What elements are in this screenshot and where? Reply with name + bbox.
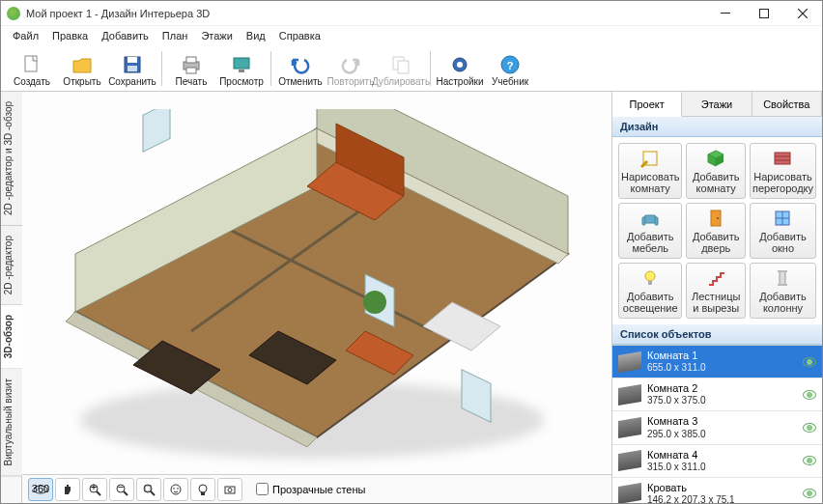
- svg-point-33: [363, 291, 386, 314]
- list-item[interactable]: Комната 4315.0 x 311.0: [612, 445, 822, 478]
- undo-button[interactable]: Отменить: [275, 47, 326, 90]
- left-tabstrip: 2D -редактор и 3D -обзор 2D -редактор 3D…: [1, 92, 22, 503]
- orbit-360-button[interactable]: 360: [28, 478, 53, 501]
- svg-rect-60: [642, 217, 645, 225]
- menu-add[interactable]: Добавить: [96, 28, 155, 43]
- list-item[interactable]: Кровать146.2 x 207.3 x 75.1: [612, 478, 822, 503]
- close-button[interactable]: [783, 1, 822, 26]
- svg-point-14: [457, 62, 463, 68]
- camera-icon: [223, 483, 237, 496]
- titlebar: Мой проект 1 - Дизайн Интерьера 3D: [1, 1, 822, 26]
- svg-rect-4: [128, 57, 137, 63]
- add-column-button[interactable]: Добавить колонну: [750, 263, 816, 319]
- tab-floors[interactable]: Этажи: [682, 92, 752, 116]
- menu-help[interactable]: Справка: [273, 28, 326, 43]
- viewport-3d[interactable]: [22, 92, 611, 474]
- list-item[interactable]: Комната 1655.0 x 311.0: [612, 346, 822, 378]
- pan-button[interactable]: [55, 478, 80, 501]
- visibility-icon[interactable]: [803, 357, 816, 367]
- add-window-button[interactable]: Добавить окно: [750, 203, 816, 259]
- visibility-icon[interactable]: [803, 489, 816, 498]
- new-file-icon: [21, 54, 43, 75]
- print-button[interactable]: Печать: [166, 47, 216, 90]
- zoom-fit-icon: [142, 483, 156, 496]
- save-button[interactable]: Сохранить: [107, 47, 157, 90]
- room-icon: [618, 450, 641, 471]
- monitor-icon: [231, 54, 252, 75]
- svg-point-51: [228, 488, 232, 491]
- camera-button[interactable]: [217, 478, 242, 501]
- svg-point-48: [199, 485, 207, 492]
- window-icon: [772, 208, 793, 229]
- create-button[interactable]: Создать: [7, 47, 57, 90]
- object-list[interactable]: Комната 1655.0 x 311.0 Комната 2375.0 x …: [612, 345, 822, 503]
- svg-rect-68: [648, 281, 652, 285]
- tab-project[interactable]: Проект: [612, 92, 682, 117]
- duplicate-icon: [390, 54, 412, 75]
- svg-rect-70: [778, 270, 787, 272]
- column-icon: [772, 267, 793, 289]
- zoom-fit-button[interactable]: [136, 478, 161, 501]
- list-item[interactable]: Комната 2375.0 x 375.0: [612, 378, 822, 411]
- pencil-room-icon: [639, 148, 661, 169]
- face-icon: [169, 483, 183, 496]
- tutorial-button[interactable]: ?Учебник: [485, 47, 535, 90]
- light-toggle-button[interactable]: [190, 478, 215, 501]
- svg-text:−: −: [118, 483, 124, 492]
- redo-button[interactable]: Повторить: [326, 47, 376, 90]
- right-panel: Проект Этажи Свойства Дизайн Нарисовать …: [611, 92, 822, 503]
- zoom-in-button[interactable]: +: [82, 478, 107, 501]
- app-icon: [7, 7, 20, 20]
- help-icon: ?: [499, 54, 521, 75]
- svg-rect-31: [462, 370, 491, 423]
- tab-2d[interactable]: 2D -редактор: [1, 226, 22, 305]
- svg-line-40: [124, 491, 128, 495]
- svg-rect-5: [128, 66, 137, 71]
- door-icon: [705, 208, 726, 229]
- menu-view[interactable]: Вид: [241, 28, 271, 43]
- svg-rect-8: [186, 68, 196, 73]
- room-icon: [618, 417, 641, 438]
- orbit-icon: 360: [32, 483, 49, 496]
- add-light-button[interactable]: Добавить освещение: [618, 263, 682, 319]
- draw-partition-button[interactable]: Нарисовать перегородку: [750, 143, 816, 199]
- stairs-button[interactable]: Лестницы и вырезы: [686, 263, 746, 319]
- menu-plan[interactable]: План: [156, 28, 194, 43]
- visibility-icon[interactable]: [803, 456, 816, 465]
- zoom-out-button[interactable]: −: [109, 478, 134, 501]
- add-furniture-button[interactable]: Добавить мебель: [618, 203, 682, 259]
- tab-properties[interactable]: Свойства: [752, 92, 822, 116]
- visibility-icon[interactable]: [803, 423, 816, 433]
- minimize-button[interactable]: [706, 1, 745, 26]
- svg-rect-49: [201, 492, 205, 495]
- add-room-button[interactable]: Добавить комнату: [686, 143, 746, 199]
- transparent-walls-input[interactable]: [256, 483, 269, 495]
- svg-point-47: [177, 488, 179, 490]
- draw-room-button[interactable]: Нарисовать комнату: [618, 143, 682, 199]
- list-item[interactable]: Комната 3295.0 x 385.0: [612, 411, 822, 444]
- gear-icon: [449, 54, 470, 75]
- tab-2d-3d[interactable]: 2D -редактор и 3D -обзор: [1, 92, 22, 226]
- svg-rect-0: [721, 13, 730, 14]
- bulb-icon: [196, 483, 210, 496]
- lightbulb-icon: [639, 267, 661, 289]
- tab-3d[interactable]: 3D-обзор: [1, 305, 22, 369]
- open-button[interactable]: Открыть: [57, 47, 107, 90]
- menu-floors[interactable]: Этажи: [195, 28, 238, 43]
- right-tabs: Проект Этажи Свойства: [612, 92, 822, 117]
- printer-icon: [181, 54, 202, 75]
- menu-edit[interactable]: Правка: [46, 28, 94, 43]
- menu-file[interactable]: Файл: [7, 28, 44, 43]
- armchair-icon: [639, 208, 661, 229]
- face-view-button[interactable]: [163, 478, 188, 501]
- preview-button[interactable]: Просмотр: [216, 47, 267, 90]
- maximize-button[interactable]: [745, 1, 783, 26]
- visibility-icon[interactable]: [803, 390, 816, 400]
- transparent-walls-checkbox[interactable]: Прозрачные стены: [256, 483, 365, 495]
- duplicate-button[interactable]: Дублировать: [376, 47, 426, 90]
- zoom-in-icon: +: [88, 483, 101, 496]
- zoom-out-icon: −: [115, 483, 128, 496]
- tab-virtual-visit[interactable]: Виртуальный визит: [1, 369, 22, 477]
- add-door-button[interactable]: Добавить дверь: [686, 203, 746, 259]
- settings-button[interactable]: Настройки: [435, 47, 485, 90]
